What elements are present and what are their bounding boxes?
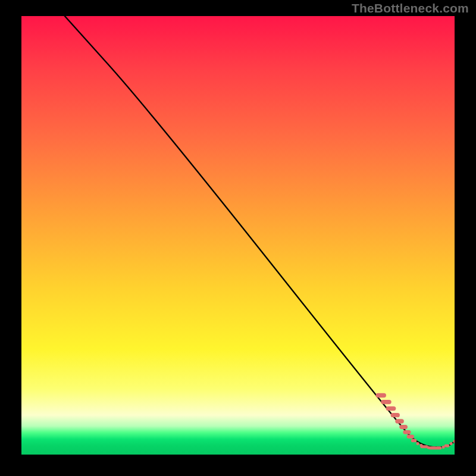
marker-dot: [429, 446, 437, 449]
marker-dot: [442, 446, 445, 449]
marker-dot: [391, 413, 400, 417]
marker-dot: [450, 442, 453, 445]
marker-dot: [381, 400, 391, 404]
marker-dot: [376, 393, 386, 397]
marker-dot: [436, 446, 441, 449]
marker-dot: [399, 425, 408, 429]
marker-dot: [416, 442, 419, 445]
chart-svg: [21, 16, 455, 455]
marker-dot: [386, 406, 396, 411]
marker-dot: [419, 444, 422, 447]
curve-line: [65, 16, 455, 447]
marker-dot: [411, 439, 416, 442]
chart-stage: TheBottleneck.com: [0, 0, 476, 476]
marker-group: [376, 393, 455, 450]
marker-dot: [395, 419, 404, 423]
marker-dot: [453, 440, 455, 443]
watermark-text: TheBottleneck.com: [352, 1, 469, 15]
marker-dot: [420, 445, 428, 448]
marker-dot: [427, 446, 430, 449]
marker-dot: [444, 444, 450, 447]
plot-area: [21, 16, 455, 455]
marker-dot: [403, 430, 411, 434]
marker-dot: [407, 434, 414, 439]
